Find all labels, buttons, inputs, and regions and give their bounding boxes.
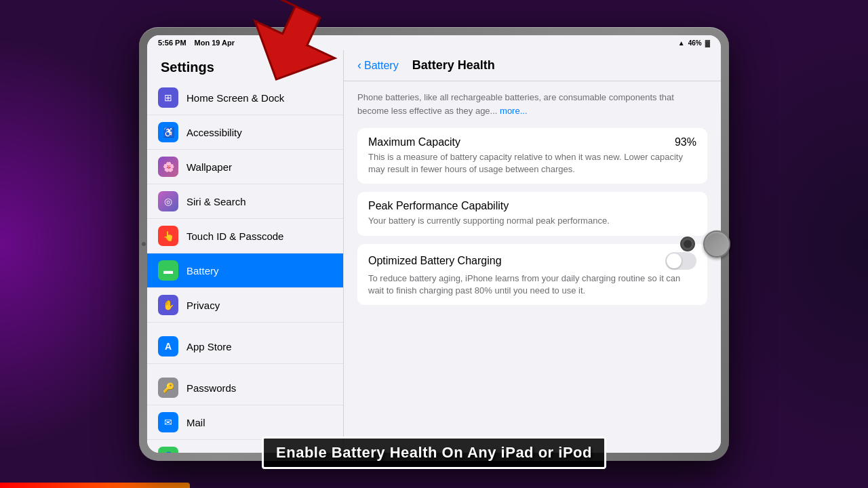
optimized-charging-row: Optimized Battery Charging To reduce bat… xyxy=(357,244,707,305)
passwords-icon: 🔑 xyxy=(158,378,178,398)
battery-nav-icon: ▬ xyxy=(158,260,178,281)
sidebar-item-accessibility[interactable]: ♿ Accessibility xyxy=(147,115,343,150)
touch-id-icon: 👆 xyxy=(158,226,178,246)
sidebar-item-passwords[interactable]: 🔑 Passwords xyxy=(147,371,343,405)
app-store-label: App Store xyxy=(186,341,232,352)
back-chevron-icon: ‹ xyxy=(357,58,361,73)
detail-header: ‹ Battery Battery Health xyxy=(344,50,721,81)
bottom-led-strip xyxy=(0,483,190,488)
optimized-charging-toggle[interactable] xyxy=(665,252,696,270)
battery-health-content: Phone batteries, like all rechargeable b… xyxy=(344,81,721,305)
sidebar-item-siri-search[interactable]: ◎ Siri & Search xyxy=(147,184,343,219)
optimized-charging-card: Optimized Battery Charging To reduce bat… xyxy=(357,244,707,305)
max-capacity-desc: This is a measure of battery capacity re… xyxy=(368,151,696,176)
sidebar: Settings ⊞ Home Screen & Dock ♿ Accessib… xyxy=(147,50,344,453)
mail-label: Mail xyxy=(186,417,205,428)
home-screen-label: Home Screen & Dock xyxy=(186,92,284,104)
mail-icon: ✉ xyxy=(158,412,178,432)
camera xyxy=(680,237,695,251)
home-button[interactable] xyxy=(703,230,730,258)
max-capacity-value: 93% xyxy=(675,136,696,148)
touch-id-label: Touch ID & Passcode xyxy=(186,230,283,242)
privacy-label: Privacy xyxy=(186,300,220,311)
accessibility-icon: ♿ xyxy=(158,122,178,142)
wallpaper-icon: 🌸 xyxy=(158,157,178,177)
left-dot xyxy=(142,242,146,246)
wallpaper-label: Wallpaper xyxy=(186,161,232,173)
siri-label: Siri & Search xyxy=(186,196,246,207)
status-bar: 5:56 PM Mon 19 Apr ▲ 46% ▓ xyxy=(147,35,721,50)
accessibility-label: Accessibility xyxy=(186,127,242,138)
sidebar-item-battery[interactable]: ▬ Battery xyxy=(147,253,343,288)
sidebar-title: Settings xyxy=(147,50,343,81)
max-capacity-card: Maximum Capacity 93% This is a measure o… xyxy=(357,128,707,184)
home-screen-icon: ⊞ xyxy=(158,87,178,108)
sidebar-item-touch-id[interactable]: 👆 Touch ID & Passcode xyxy=(147,219,343,253)
status-date: Mon 19 Apr xyxy=(195,39,235,47)
passwords-label: Passwords xyxy=(186,382,236,394)
contacts-label: Contacts xyxy=(186,451,226,453)
max-capacity-row: Maximum Capacity 93% This is a measure o… xyxy=(357,128,707,184)
app-store-icon: A xyxy=(158,336,178,357)
ipad-device: 5:56 PM Mon 19 Apr ▲ 46% ▓ Settings ⊞ Ho… xyxy=(139,27,729,461)
sidebar-item-mail[interactable]: ✉ Mail xyxy=(147,405,343,440)
learn-more-link[interactable]: more... xyxy=(500,106,527,116)
sidebar-item-wallpaper[interactable]: 🌸 Wallpaper xyxy=(147,150,343,184)
peak-performance-desc: Your battery is currently supporting nor… xyxy=(368,215,696,227)
back-button[interactable]: ‹ Battery xyxy=(357,58,399,73)
optimized-charging-desc: To reduce battery aging, iPhone learns f… xyxy=(368,272,696,297)
sidebar-item-privacy[interactable]: ✋ Privacy xyxy=(147,288,343,323)
max-capacity-title: Maximum Capacity xyxy=(368,136,460,148)
ipad-screen: 5:56 PM Mon 19 Apr ▲ 46% ▓ Settings ⊞ Ho… xyxy=(147,35,721,453)
battery-health-panel: ‹ Battery Battery Health Phone batteries… xyxy=(344,50,721,453)
sidebar-item-app-store[interactable]: A App Store xyxy=(147,329,343,364)
main-content: Settings ⊞ Home Screen & Dock ♿ Accessib… xyxy=(147,50,721,453)
peak-performance-row: Peak Performance Capability Your battery… xyxy=(357,192,707,235)
status-time: 5:56 PM xyxy=(158,39,186,47)
contacts-icon: 👤 xyxy=(158,447,178,453)
back-label: Battery xyxy=(364,60,399,72)
siri-icon: ◎ xyxy=(158,191,178,211)
peak-performance-card: Peak Performance Capability Your battery… xyxy=(357,192,707,235)
sidebar-item-home-screen[interactable]: ⊞ Home Screen & Dock xyxy=(147,81,343,115)
intro-text: Phone batteries, like all rechargeable b… xyxy=(357,81,707,128)
wifi-icon: ▲ xyxy=(678,39,685,47)
status-icons: ▲ 46% ▓ xyxy=(678,39,710,47)
toggle-knob xyxy=(667,253,682,268)
battery-bar: ▓ xyxy=(705,39,710,47)
youtube-title: Enable Battery Health On Any iPad or iPo… xyxy=(262,436,606,469)
peak-performance-title: Peak Performance Capability xyxy=(368,200,509,212)
battery-icon: 46% xyxy=(688,39,702,47)
privacy-icon: ✋ xyxy=(158,295,178,315)
optimized-charging-title: Optimized Battery Charging xyxy=(368,255,502,267)
battery-label: Battery xyxy=(186,265,219,277)
detail-title: Battery Health xyxy=(412,58,495,73)
